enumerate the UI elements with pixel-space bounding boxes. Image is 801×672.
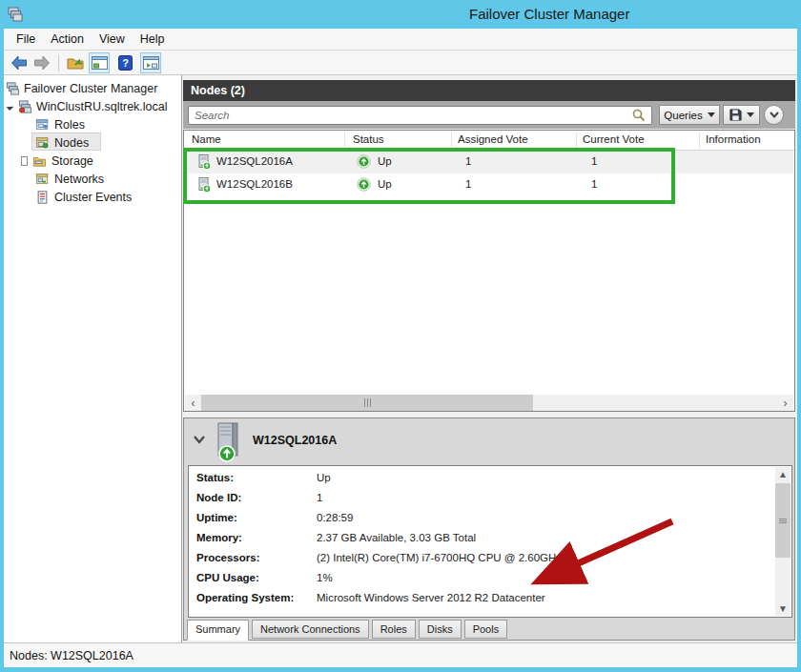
nodes-icon [35, 136, 50, 150]
node-status: Up [378, 178, 392, 190]
tree-item-nodes[interactable]: Nodes [35, 134, 89, 152]
nodes-count-label: Nodes (2) [191, 84, 245, 97]
app-icon [8, 7, 23, 22]
menu-file[interactable]: File [9, 31, 43, 48]
forward-button[interactable] [31, 52, 53, 73]
help-icon: ? [118, 55, 133, 71]
help-button[interactable]: ? [113, 52, 136, 73]
field-value: 2.37 GB Available, 3.03 GB Total [317, 532, 476, 543]
caret-down-icon [708, 112, 715, 117]
expander-open-icon[interactable] [7, 103, 14, 111]
menu-help[interactable]: Help [133, 31, 173, 48]
chevron-down-icon [194, 436, 205, 444]
status-up-icon [357, 177, 371, 192]
menu-action[interactable]: Action [43, 31, 92, 48]
field-label: Node ID: [196, 492, 241, 503]
field-label: Uptime: [196, 512, 237, 523]
window-frame-bottom [0, 667, 801, 672]
save-icon [729, 109, 742, 121]
scroll-right-button[interactable]: › [777, 395, 793, 411]
field-label: Memory: [196, 532, 242, 543]
window-title: Failover Cluster Manager [469, 6, 629, 22]
detail-server-icon [215, 421, 243, 463]
assigned-vote: 1 [465, 155, 471, 167]
search-icon [632, 109, 646, 122]
console-tree-button[interactable] [89, 52, 110, 73]
search-input[interactable] [188, 106, 652, 125]
roles-icon [35, 118, 50, 132]
column-header-status[interactable]: Status [353, 133, 384, 145]
field-label: Status: [196, 472, 234, 483]
field-value: 1 [317, 492, 322, 503]
failover-cluster-manager-window: Failover Cluster Manager File Action Vie… [0, 0, 801, 672]
scrollbar-thumb[interactable] [775, 483, 791, 558]
back-button[interactable] [8, 52, 31, 73]
status-bar: Nodes: W12SQL2016A [4, 642, 797, 667]
tree-item-cluster-events[interactable]: Cluster Events [35, 189, 132, 206]
search-row: Queries [183, 101, 795, 129]
storage-icon [32, 154, 47, 168]
server-icon [196, 177, 212, 193]
menu-bar: File Action View Help [4, 29, 797, 51]
status-up-icon [357, 154, 371, 169]
horizontal-scrollbar[interactable]: ‹ › [185, 395, 793, 411]
forward-icon [33, 55, 51, 71]
tree-item-roles[interactable]: Roles [35, 116, 85, 133]
title-bar: Failover Cluster Manager [0, 0, 801, 29]
caret-down-icon [747, 112, 754, 117]
field-value: 0:28:59 [317, 512, 353, 523]
vertical-scrollbar[interactable]: ▲ ▼ [775, 467, 791, 616]
tab-disks[interactable]: Disks [419, 620, 462, 639]
table-row-w12sql2016b[interactable]: W12SQL2016B Up 1 1 [185, 173, 793, 196]
column-header-assigned-vote[interactable]: Assigned Vote [458, 133, 528, 145]
toolbar: ? [4, 51, 797, 75]
scroll-left-button[interactable]: ‹ [185, 395, 201, 411]
export-button[interactable] [64, 52, 87, 73]
column-separator[interactable] [576, 132, 577, 149]
list-header-row: Name Status Assigned Vote Current Vote I… [184, 131, 794, 151]
tab-pools[interactable]: Pools [464, 620, 508, 639]
menu-view[interactable]: View [92, 31, 133, 48]
nodes-list: Name Status Assigned Vote Current Vote I… [183, 130, 795, 412]
field-value: (2) Intel(R) Core(TM) i7-6700HQ CPU @ 2.… [317, 552, 562, 563]
column-header-current-vote[interactable]: Current Vote [583, 133, 645, 145]
field-label: CPU Usage: [196, 572, 259, 583]
assigned-vote: 1 [465, 178, 471, 190]
tree-item-cluster[interactable]: WinClustRU.sqltrek.local [8, 98, 168, 115]
scroll-up-button[interactable]: ▲ [775, 467, 791, 481]
field-label: Processors: [196, 552, 259, 563]
scrollbar-thumb[interactable] [201, 395, 533, 411]
tab-roles[interactable]: Roles [372, 620, 416, 639]
field-value: Up [317, 472, 331, 483]
detail-node-title: W12SQL2016A [253, 434, 337, 447]
column-separator[interactable] [451, 132, 452, 149]
save-query-button[interactable] [723, 105, 760, 125]
tab-network-connections[interactable]: Network Connections [252, 620, 369, 639]
field-value: Microsoft Windows Server 2012 R2 Datacen… [317, 592, 545, 603]
node-status: Up [378, 155, 392, 167]
tree-root-failover-cluster-manager[interactable]: Failover Cluster Manager [6, 80, 157, 97]
queries-button[interactable]: Queries [659, 105, 720, 125]
column-header-name[interactable]: Name [192, 133, 221, 145]
node-name: W12SQL2016B [216, 178, 293, 190]
expander-closed-icon[interactable] [22, 157, 27, 165]
current-vote: 1 [591, 155, 597, 167]
field-value: 1% [317, 572, 333, 583]
networks-icon [35, 173, 50, 186]
detail-tabs: Summary Network Connections Roles Disks … [187, 620, 507, 641]
table-row-w12sql2016a[interactable]: W12SQL2016A Up 1 1 [185, 151, 793, 173]
collapse-panel-button[interactable] [764, 105, 784, 125]
column-separator[interactable] [344, 132, 345, 149]
scroll-down-button[interactable]: ▼ [775, 601, 791, 616]
column-separator[interactable] [699, 132, 700, 149]
action-pane-button[interactable] [140, 52, 161, 73]
collapse-detail-button[interactable] [194, 436, 205, 444]
back-icon [10, 55, 28, 71]
tab-summary[interactable]: Summary [187, 620, 249, 641]
cluster-events-icon [35, 191, 50, 204]
tree-item-storage[interactable]: Storage [22, 153, 93, 170]
tree-item-networks[interactable]: Networks [35, 171, 104, 188]
detail-summary-box: Status: Up Node ID: 1 Uptime: 0:28:59 Me… [188, 465, 792, 618]
toolbar-separator [58, 54, 59, 71]
column-header-information[interactable]: Information [706, 133, 761, 145]
